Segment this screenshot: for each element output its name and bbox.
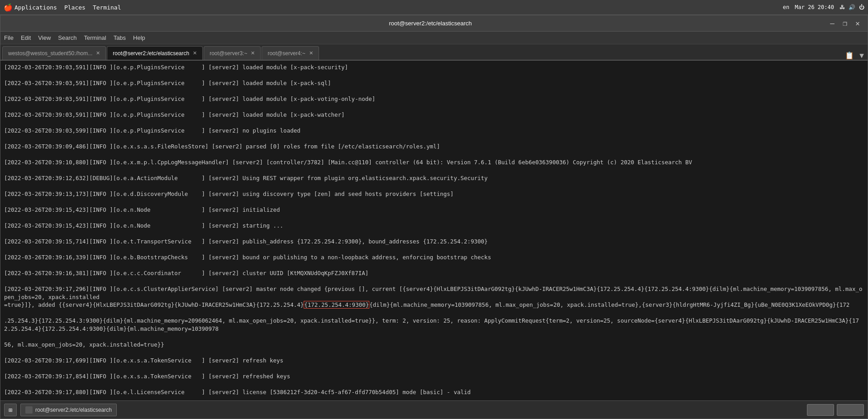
app-icon: 🍎	[4, 3, 13, 12]
tab-server3-label: root@server3:~	[210, 50, 247, 57]
terminal-output: [2022-03-26T20:39:03,591][INFO ][o.e.p.P…	[4, 63, 864, 400]
log-line-5: [2022-03-26T20:39:03,599][INFO ][o.e.p.P…	[4, 127, 864, 135]
menu-view[interactable]: View	[38, 34, 51, 41]
terminal-label: Terminal	[93, 4, 121, 11]
menu-edit[interactable]: Edit	[21, 34, 31, 41]
taskbar-right-btn-2[interactable]	[837, 404, 864, 416]
log-line-3: [2022-03-26T20:39:03,591][INFO ][o.e.p.P…	[4, 95, 864, 103]
menu-tabs[interactable]: Tabs	[114, 34, 126, 41]
window-controls: — ❐ ✕	[828, 19, 862, 28]
tab-server2[interactable]: root@server2:/etc/elasticsearch ✕	[107, 46, 203, 60]
power-icon[interactable]: ⏻	[859, 4, 864, 10]
volume-icon: 🔊	[849, 4, 855, 10]
log-line-6: [2022-03-26T20:39:09,486][INFO ][o.e.x.s…	[4, 143, 864, 151]
locale-indicator: en	[783, 4, 789, 10]
sys-tray: 🖧 🔊 ⏻	[839, 4, 864, 10]
log-line-11: [2022-03-26T20:39:15,423][INFO ][o.e.n.N…	[4, 222, 864, 230]
applications-label: Applications	[14, 4, 57, 11]
menu-help[interactable]: Help	[133, 34, 145, 41]
menu-bar: File Edit View Search Terminal Tabs Help	[0, 32, 868, 44]
tab-westos[interactable]: westos@westos_student50:/hom... ✕	[2, 46, 106, 60]
highlight-ip-port: {172.25.254.4:9300}	[304, 301, 369, 309]
system-bar-left: 🍎 Applications Places Terminal	[4, 3, 121, 12]
taskbar-app-icon	[25, 406, 33, 414]
tab-westos-close[interactable]: ✕	[96, 50, 100, 56]
applications-menu[interactable]: 🍎 Applications	[4, 3, 57, 12]
datetime-display: Mar 26 20:40	[795, 4, 834, 10]
log-line-17: 56, ml.max_open_jobs=20, xpack.installed…	[4, 341, 864, 349]
tabs-right-controls: 📋 ▼	[843, 51, 866, 60]
log-line-16: .25.254.3}{172.25.254.3:9300}{dilm}{ml.m…	[4, 317, 864, 333]
log-line-13: [2022-03-26T20:39:16,339][INFO ][o.e.b.B…	[4, 253, 864, 262]
log-line-20: [2022-03-26T20:39:17,880][INFO ][o.e.l.L…	[4, 388, 864, 396]
minimize-button[interactable]: —	[828, 19, 837, 28]
window-title: root@server2:/etc/elasticsearch	[33, 20, 828, 27]
taskbar-app-label: root@server2:/etc/elasticsearch	[35, 407, 112, 413]
places-menu[interactable]: Places	[64, 4, 86, 11]
tab-server3-close[interactable]: ✕	[251, 50, 255, 56]
log-line-19: [2022-03-26T20:39:17,854][INFO ][o.e.x.s…	[4, 372, 864, 381]
system-bar: 🍎 Applications Places Terminal en Mar 26…	[0, 0, 868, 15]
terminal-window: root@server2:/etc/elasticsearch — ❐ ✕ Fi…	[0, 15, 868, 419]
new-tab-button[interactable]: 📋	[843, 51, 856, 60]
taskbar: ⊞ root@server2:/etc/elasticsearch	[0, 400, 868, 419]
terminal-menu[interactable]: Terminal	[93, 4, 121, 11]
tab-scroll-button[interactable]: ▼	[858, 51, 866, 60]
taskbar-app-item[interactable]: root@server2:/etc/elasticsearch	[20, 404, 117, 416]
network-icon: 🖧	[839, 4, 845, 10]
places-label: Places	[64, 4, 86, 11]
log-line-18: [2022-03-26T20:39:17,699][INFO ][o.e.x.s…	[4, 357, 864, 365]
taskbar-right-btn-1[interactable]	[807, 404, 834, 416]
system-bar-right: en Mar 26 20:40 🖧 🔊 ⏻	[783, 4, 864, 10]
tab-server4[interactable]: root@server4:~ ✕	[262, 46, 319, 60]
tab-server4-label: root@server4:~	[267, 50, 305, 57]
taskbar-left-button[interactable]: ⊞	[4, 404, 17, 416]
log-line-7: [2022-03-26T20:39:10,880][INFO ][o.e.x.m…	[4, 158, 864, 167]
close-button[interactable]: ✕	[853, 19, 862, 28]
log-line-4: [2022-03-26T20:39:03,591][INFO ][o.e.p.P…	[4, 111, 864, 119]
taskbar-right	[807, 404, 864, 416]
log-line-8: [2022-03-26T20:39:12,632][DEBUG][o.e.a.A…	[4, 174, 864, 182]
log-line-10: [2022-03-26T20:39:15,423][INFO ][o.e.n.N…	[4, 206, 864, 214]
menu-search[interactable]: Search	[58, 34, 76, 41]
log-line-14: [2022-03-26T20:39:16,381][INFO ][o.e.c.c…	[4, 269, 864, 277]
terminal-content[interactable]: [2022-03-26T20:39:03,591][INFO ][o.e.p.P…	[0, 61, 868, 400]
log-line-1: [2022-03-26T20:39:03,591][INFO ][o.e.p.P…	[4, 63, 864, 71]
menu-terminal[interactable]: Terminal	[84, 34, 106, 41]
tab-westos-label: westos@westos_student50:/hom...	[8, 50, 92, 57]
tab-server2-label: root@server2:/etc/elasticsearch	[113, 50, 189, 57]
title-bar: root@server2:/etc/elasticsearch — ❐ ✕	[0, 15, 868, 32]
tab-server2-close[interactable]: ✕	[193, 50, 197, 56]
log-line-2: [2022-03-26T20:39:03,591][INFO ][o.e.p.P…	[4, 79, 864, 87]
tab-server4-close[interactable]: ✕	[309, 50, 313, 56]
tab-server3[interactable]: root@server3:~ ✕	[204, 46, 261, 60]
maximize-button[interactable]: ❐	[840, 19, 849, 28]
log-line-12: [2022-03-26T20:39:15,714][INFO ][o.e.t.T…	[4, 238, 864, 246]
log-line-9: [2022-03-26T20:39:13,173][INFO ][o.e.d.D…	[4, 190, 864, 198]
log-line-15: [2022-03-26T20:39:17,296][INFO ][o.e.c.s…	[4, 285, 864, 309]
tabs-bar: westos@westos_student50:/hom... ✕ root@s…	[0, 44, 868, 61]
menu-file[interactable]: File	[4, 34, 14, 41]
